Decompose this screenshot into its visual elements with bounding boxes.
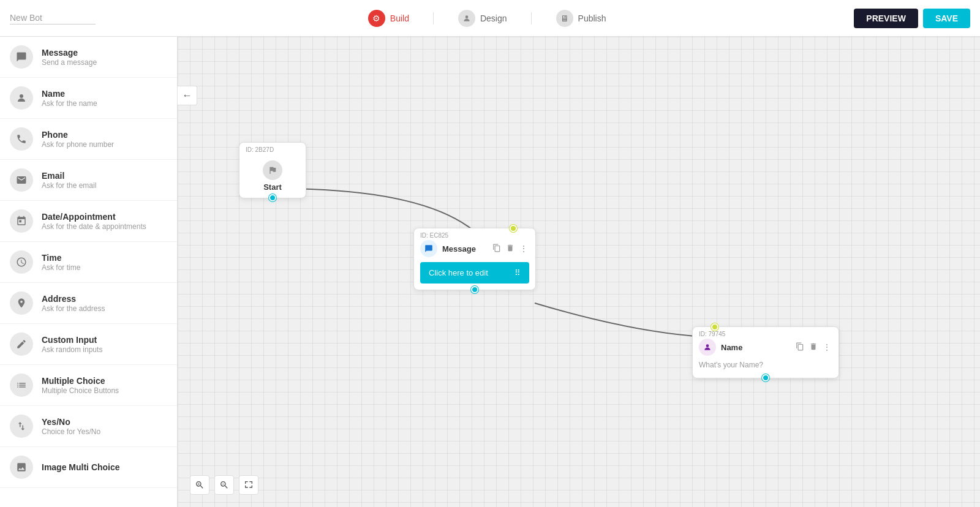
sidebar-text-phone: Phone Ask for phone number	[42, 130, 114, 149]
name-node-actions: ⋮	[794, 341, 832, 354]
sidebar-title-yesno: Yes/No	[42, 417, 100, 427]
nav-step-build[interactable]: ⚙ Build	[344, 10, 434, 27]
sidebar-item-time[interactable]: Time Ask for time	[0, 242, 177, 283]
message-node-icon	[420, 240, 437, 257]
message-node-title-row: Message ⋮	[414, 240, 535, 262]
sidebar-title-phone: Phone	[42, 130, 114, 140]
message-copy-button[interactable]	[491, 242, 502, 255]
message-icon	[10, 45, 33, 69]
sidebar-title-time: Time	[42, 253, 80, 263]
message-delete-button[interactable]	[505, 242, 516, 255]
name-node-title-row: Name ⋮	[693, 339, 839, 361]
nav-step-publish[interactable]: 🖥 Publish	[532, 10, 631, 27]
name-more-button[interactable]: ⋮	[821, 341, 832, 353]
sidebar-item-email[interactable]: Email Ask for the email	[0, 160, 177, 201]
svg-point-2	[706, 344, 709, 347]
message-node-input-dot	[510, 225, 517, 232]
name-node-subtitle: What's your Name?	[699, 361, 832, 372]
sidebar-title-date: Date/Appointment	[42, 212, 146, 222]
sidebar-desc-message: Send a message	[42, 58, 97, 67]
sidebar-text-name: Name Ask for the name	[42, 89, 97, 108]
build-step-icon: ⚙	[368, 10, 385, 27]
start-flag-icon	[263, 160, 282, 180]
sidebar-item-multiple-choice[interactable]: Multiple Choice Multiple Choice Buttons	[0, 365, 177, 406]
phone-icon	[10, 127, 33, 151]
name-node-input-dot	[711, 323, 718, 331]
sidebar-item-address[interactable]: Address Ask for the address	[0, 283, 177, 324]
svg-point-1	[20, 94, 23, 98]
sidebar-text-date: Date/Appointment Ask for the date & appo…	[42, 212, 146, 231]
sidebar-text-multiple-choice: Multiple Choice Multiple Choice Buttons	[42, 376, 119, 395]
message-more-button[interactable]: ⋮	[518, 242, 529, 255]
start-node-output-dot	[269, 194, 276, 201]
canvas[interactable]: ← ID: 2B27D Start ID: EC825	[178, 37, 980, 507]
message-node: ID: EC825 Message ⋮ Click	[413, 228, 536, 290]
sidebar-item-custom-input[interactable]: Custom Input Ask random inputs	[0, 324, 177, 365]
sidebar-desc-address: Ask for the address	[42, 304, 105, 313]
sidebar-title-message: Message	[42, 48, 97, 58]
name-icon	[10, 86, 33, 110]
svg-point-0	[466, 15, 469, 18]
sidebar-desc-email: Ask for the email	[42, 181, 96, 190]
message-node-id: ID: EC825	[414, 228, 535, 240]
message-node-title: Message	[442, 244, 486, 254]
bot-name-input[interactable]: New Bot	[10, 12, 96, 24]
sidebar-text-yesno: Yes/No Choice for Yes/No	[42, 417, 100, 436]
start-node: ID: 2B27D Start	[239, 142, 306, 198]
start-node-id: ID: 2B27D	[239, 143, 306, 154]
nav-step-design[interactable]: Design	[434, 10, 532, 27]
sidebar-text-time: Time Ask for time	[42, 253, 80, 272]
start-node-inner: Start	[239, 154, 306, 198]
sidebar-text-address: Address Ask for the address	[42, 294, 105, 313]
sidebar-title-email: Email	[42, 171, 96, 181]
sidebar-desc-custom-input: Ask random inputs	[42, 345, 102, 354]
publish-step-icon: 🖥	[556, 10, 573, 27]
name-delete-button[interactable]	[808, 341, 819, 354]
message-edit-box[interactable]: Click here to edit ⠿	[420, 262, 529, 284]
sidebar-item-date[interactable]: Date/Appointment Ask for the date & appo…	[0, 201, 177, 242]
header: New Bot ⚙ Build Design 🖥 Publish PREVIEW…	[0, 0, 980, 37]
build-step-label: Build	[390, 13, 409, 23]
image-multi-icon	[10, 456, 33, 479]
sidebar-item-yesno[interactable]: Yes/No Choice for Yes/No	[0, 406, 177, 447]
sidebar-item-name[interactable]: Name Ask for the name	[0, 78, 177, 119]
design-step-label: Design	[480, 13, 507, 23]
sidebar-title-name: Name	[42, 89, 97, 99]
sidebar: Message Send a message Name Ask for the …	[0, 37, 178, 507]
fit-button[interactable]	[239, 475, 258, 495]
message-node-actions: ⋮	[491, 242, 529, 255]
name-copy-button[interactable]	[794, 341, 805, 354]
name-node-title: Name	[721, 343, 790, 352]
back-arrow-button[interactable]: ←	[178, 86, 197, 105]
sidebar-desc-yesno: Choice for Yes/No	[42, 427, 100, 436]
sidebar-text-email: Email Ask for the email	[42, 171, 96, 190]
multiple-choice-icon	[10, 374, 33, 397]
sidebar-desc-name: Ask for the name	[42, 99, 97, 108]
publish-step-label: Publish	[578, 13, 606, 23]
email-icon	[10, 168, 33, 192]
sidebar-desc-multiple-choice: Multiple Choice Buttons	[42, 386, 119, 395]
preview-button[interactable]: PREVIEW	[854, 9, 918, 28]
name-node: ID: 79745 Name ⋮ What's your Name?	[692, 326, 839, 378]
sidebar-desc-time: Ask for time	[42, 263, 80, 272]
name-node-output-dot	[762, 374, 769, 381]
sidebar-item-message[interactable]: Message Send a message	[0, 37, 177, 78]
sidebar-item-phone[interactable]: Phone Ask for phone number	[0, 119, 177, 160]
address-icon	[10, 291, 33, 315]
design-step-icon	[458, 10, 475, 27]
message-node-output-dot	[471, 286, 478, 293]
zoom-out-button[interactable]	[214, 475, 234, 495]
date-icon	[10, 209, 33, 233]
name-node-icon	[699, 339, 716, 356]
sidebar-text-custom-input: Custom Input Ask random inputs	[42, 335, 102, 354]
message-edit-label: Click here to edit	[429, 268, 488, 277]
sidebar-text-image-multi: Image Multi Choice	[42, 462, 120, 473]
header-actions: PREVIEW SAVE	[854, 9, 970, 28]
sidebar-text-message: Message Send a message	[42, 48, 97, 67]
sidebar-desc-phone: Ask for phone number	[42, 140, 114, 149]
sidebar-title-image-multi: Image Multi Choice	[42, 462, 120, 472]
zoom-in-button[interactable]	[190, 475, 209, 495]
sidebar-item-image-multi[interactable]: Image Multi Choice	[0, 447, 177, 488]
save-button[interactable]: SAVE	[923, 9, 970, 28]
custom-input-icon	[10, 332, 33, 356]
